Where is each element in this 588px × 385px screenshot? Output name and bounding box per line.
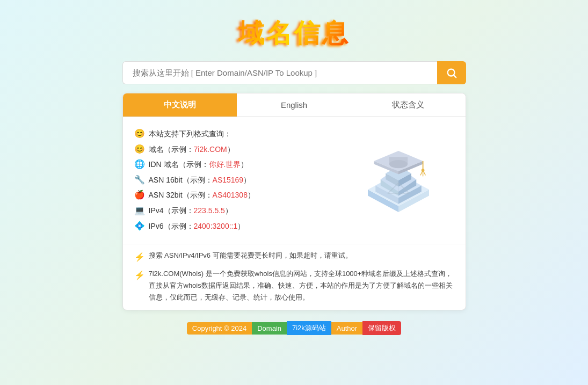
copyright-year: © 2024 xyxy=(224,324,246,332)
asn16-link[interactable]: AS15169 xyxy=(213,176,244,184)
svg-point-19 xyxy=(389,160,407,168)
svg-line-1 xyxy=(454,75,456,77)
tab-english[interactable]: English xyxy=(237,93,351,117)
search-button[interactable] xyxy=(437,61,466,84)
note2-text: 7i2k.COM(Whois) 是一个免费获取whois信息的网站，支持全球10… xyxy=(149,268,455,303)
asn32-icon: 🍎 xyxy=(134,190,146,201)
copyright-label: Copyright xyxy=(192,324,222,332)
ipv4-icon: 💻 xyxy=(134,205,146,216)
domain-value-badge[interactable]: 7i2k源码站 xyxy=(287,321,331,335)
ipv4-link[interactable]: 223.5.5.5 xyxy=(194,206,225,215)
idn-icon: 🌐 xyxy=(134,158,146,170)
search-input[interactable] xyxy=(122,61,437,84)
ipv4-text: IPv4（示例：223.5.5.5） xyxy=(149,204,233,218)
note-row-2: ⚡ 7i2k.COM(Whois) 是一个免费获取whois信息的网站，支持全球… xyxy=(134,268,455,303)
content-area: 😊 本站支持下列格式查询： 😊 域名（示例：7i2k.COM） 🌐 IDN 域名… xyxy=(123,117,466,244)
asn16-icon: 🔧 xyxy=(134,174,146,186)
tabs: 中文说明 English 状态含义 xyxy=(123,93,466,117)
copyright-badge: Copyright © 2024 xyxy=(187,322,252,335)
ipv6-icon: 💠 xyxy=(134,220,146,232)
asn16-row: 🔧 ASN 16bit（示例：AS15169） xyxy=(134,173,337,187)
asn32-row: 🍎 ASN 32bit（示例：AS401308） xyxy=(134,188,337,202)
intro-text: 本站支持下列格式查询： xyxy=(149,127,231,141)
domain-icon: 😊 xyxy=(134,143,146,155)
note-area: ⚡ 搜索 ASN/IPv4/IPv6 可能需要花费更长时间，如果超时，请重试。 … xyxy=(123,244,466,310)
domain-row: 😊 域名（示例：7i2k.COM） xyxy=(134,142,337,157)
idn-row: 🌐 IDN 域名（示例：你好.世界） xyxy=(134,157,337,172)
intro-row: 😊 本站支持下列格式查询： xyxy=(134,127,337,141)
rights-badge: 保留版权 xyxy=(362,321,401,335)
asn16-text: ASN 16bit（示例：AS15169） xyxy=(149,173,251,187)
illustration xyxy=(342,127,455,234)
author-label-badge: Author xyxy=(331,322,362,335)
tab-status[interactable]: 状态含义 xyxy=(351,93,466,117)
site-logo: 域名信息 xyxy=(238,16,350,50)
search-icon xyxy=(446,67,458,79)
iso-illustration-svg xyxy=(347,132,449,229)
note2-icon: ⚡ xyxy=(134,269,146,281)
ipv6-row: 💠 IPv6（示例：2400:3200::1） xyxy=(134,219,337,234)
domain-link[interactable]: 7i2k.COM xyxy=(194,145,227,154)
note-row-1: ⚡ 搜索 ASN/IPv4/IPv6 可能需要花费更长时间，如果超时，请重试。 xyxy=(134,250,455,263)
ipv4-row: 💻 IPv4（示例：223.5.5.5） xyxy=(134,204,337,218)
idn-text: IDN 域名（示例：你好.世界） xyxy=(149,157,249,172)
idn-link[interactable]: 你好.世界 xyxy=(209,160,241,169)
asn32-text: ASN 32bit（示例：AS401308） xyxy=(149,188,255,202)
domain-text: 域名（示例：7i2k.COM） xyxy=(149,142,235,157)
main-card: 中文说明 English 状态含义 😊 本站支持下列格式查询： 😊 域名（示例：… xyxy=(122,93,466,310)
asn32-link[interactable]: AS401308 xyxy=(213,191,248,199)
intro-icon: 😊 xyxy=(134,128,146,140)
ipv6-text: IPv6（示例：2400:3200::1） xyxy=(149,219,245,234)
domain-label-badge: Domain xyxy=(252,322,287,335)
text-content: 😊 本站支持下列格式查询： 😊 域名（示例：7i2k.COM） 🌐 IDN 域名… xyxy=(134,127,337,234)
tab-chinese[interactable]: 中文说明 xyxy=(123,93,237,117)
footer: Copyright © 2024 Domain 7i2k源码站 Author 保… xyxy=(187,321,401,335)
note1-icon: ⚡ xyxy=(134,251,146,263)
search-area xyxy=(122,61,466,84)
logo-area: 域名信息 xyxy=(238,16,350,50)
ipv6-link[interactable]: 2400:3200::1 xyxy=(194,222,238,230)
note1-text: 搜索 ASN/IPv4/IPv6 可能需要花费更长时间，如果超时，请重试。 xyxy=(149,250,352,261)
